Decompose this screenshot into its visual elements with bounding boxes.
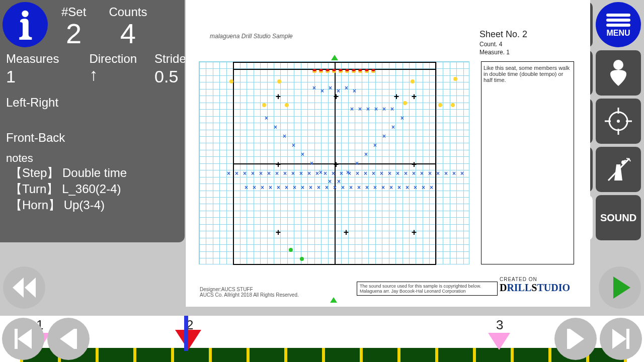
drill-field-grid[interactable]: ××××××××××××××××××××××××××××××××××××××××… xyxy=(199,61,469,264)
timeline[interactable]: 0 1 2 3 xyxy=(0,316,644,362)
performer-marker[interactable]: × xyxy=(373,186,377,190)
performer-marker[interactable] xyxy=(262,103,266,107)
performer-marker[interactable] xyxy=(358,69,362,73)
performer-marker[interactable] xyxy=(332,69,336,73)
performer-marker[interactable]: × xyxy=(374,107,378,111)
performer-marker[interactable]: + xyxy=(275,162,282,169)
performer-marker[interactable]: × xyxy=(382,134,386,138)
performer-marker[interactable]: × xyxy=(414,186,418,190)
performer-marker[interactable]: × xyxy=(460,171,464,175)
performer-marker[interactable]: × xyxy=(348,171,352,175)
performer-marker[interactable] xyxy=(453,77,457,81)
performer-marker[interactable] xyxy=(229,79,233,83)
performer-marker[interactable]: × xyxy=(277,186,281,190)
set-marker-current[interactable] xyxy=(175,330,201,350)
target-button[interactable] xyxy=(596,99,641,144)
performer-marker[interactable] xyxy=(277,79,281,83)
performer-marker[interactable]: × xyxy=(332,171,336,175)
timeline-cursor[interactable] xyxy=(184,316,188,351)
performer-marker[interactable]: + xyxy=(393,95,400,102)
performer-marker[interactable]: × xyxy=(317,186,321,190)
performer-marker[interactable]: × xyxy=(245,186,249,190)
performer-marker[interactable]: × xyxy=(382,107,386,111)
performer-marker[interactable]: × xyxy=(227,171,231,175)
performer-marker[interactable]: × xyxy=(406,186,410,190)
performer-marker[interactable]: × xyxy=(345,86,349,90)
performer-marker[interactable]: × xyxy=(353,89,357,93)
prev-set-button[interactable] xyxy=(2,318,44,360)
performer-marker[interactable]: × xyxy=(444,171,448,175)
performer-marker[interactable] xyxy=(352,69,356,73)
performer-marker[interactable]: × xyxy=(422,186,426,190)
performer-marker[interactable]: × xyxy=(428,171,432,175)
performer-marker[interactable]: × xyxy=(373,143,377,147)
performer-marker[interactable]: × xyxy=(319,170,323,174)
performer-marker[interactable]: + xyxy=(343,230,350,237)
performer-marker[interactable]: × xyxy=(320,89,325,93)
performer-marker[interactable]: × xyxy=(430,186,434,190)
set-marker[interactable] xyxy=(488,333,510,350)
performer-marker[interactable] xyxy=(371,69,375,73)
performer-marker[interactable]: × xyxy=(340,171,344,175)
performer-marker[interactable]: × xyxy=(349,186,353,190)
prev-count-button[interactable] xyxy=(47,318,90,360)
menu-button[interactable]: MENU xyxy=(596,2,641,47)
performer-marker[interactable]: × xyxy=(337,179,341,184)
performer-marker[interactable]: × xyxy=(292,143,296,147)
performer-marker[interactable]: + xyxy=(333,95,340,102)
performer-marker[interactable]: × xyxy=(436,171,440,175)
performer-marker[interactable]: × xyxy=(274,125,278,129)
performer-marker[interactable] xyxy=(326,69,330,73)
performer-marker[interactable]: + xyxy=(411,230,418,237)
performer-marker[interactable]: × xyxy=(329,86,333,90)
performer-marker[interactable] xyxy=(312,69,316,73)
performer-marker[interactable]: × xyxy=(269,186,273,190)
performer-marker[interactable]: × xyxy=(396,171,400,175)
performer-marker[interactable]: × xyxy=(381,186,385,190)
performer-marker[interactable]: × xyxy=(341,186,345,190)
performer-marker[interactable] xyxy=(411,79,415,83)
performer-marker[interactable]: × xyxy=(420,171,424,175)
performer-marker[interactable] xyxy=(285,103,289,107)
performer-marker[interactable]: × xyxy=(389,186,393,190)
performer-marker[interactable]: × xyxy=(301,186,305,190)
performer-marker[interactable]: × xyxy=(259,171,263,175)
performer-marker[interactable]: × xyxy=(310,161,314,165)
performer-marker[interactable] xyxy=(365,69,369,73)
performer-marker[interactable]: × xyxy=(364,152,368,156)
performer-marker[interactable]: × xyxy=(412,171,416,175)
performer-marker[interactable]: × xyxy=(357,186,361,190)
performer-marker[interactable]: × xyxy=(315,171,319,175)
performer-marker[interactable]: + xyxy=(275,95,282,102)
performer-marker[interactable]: × xyxy=(358,107,362,111)
info-button[interactable] xyxy=(3,2,48,47)
performer-marker[interactable]: × xyxy=(267,171,271,175)
performer-marker[interactable] xyxy=(403,101,407,105)
performer-marker[interactable]: × xyxy=(251,171,255,175)
performer-marker[interactable] xyxy=(345,69,349,73)
performer-marker[interactable]: + xyxy=(275,230,282,237)
performer-button[interactable] xyxy=(596,50,641,96)
performer-marker[interactable]: × xyxy=(309,186,313,190)
next-count-button[interactable] xyxy=(554,318,597,360)
performer-marker[interactable]: × xyxy=(328,179,332,184)
performer-marker[interactable]: × xyxy=(312,86,316,90)
play-button[interactable] xyxy=(599,266,641,309)
performer-marker[interactable] xyxy=(339,69,343,73)
performer-marker[interactable]: × xyxy=(265,116,269,120)
performer-marker[interactable] xyxy=(438,103,442,107)
performer-marker[interactable] xyxy=(289,248,293,252)
performer-marker[interactable]: × xyxy=(380,171,384,175)
performer-marker[interactable]: × xyxy=(324,171,328,175)
sound-button[interactable]: SOUND xyxy=(596,195,641,240)
metronome-mute-button[interactable] xyxy=(596,147,641,192)
performer-marker[interactable]: + xyxy=(411,95,418,102)
performer-marker[interactable]: × xyxy=(391,125,395,129)
performer-marker[interactable]: × xyxy=(285,186,289,190)
rewind-button[interactable] xyxy=(3,266,45,309)
performer-marker[interactable]: × xyxy=(356,171,360,175)
performer-marker[interactable]: × xyxy=(261,186,265,190)
performer-marker[interactable]: × xyxy=(452,171,456,175)
performer-marker[interactable]: × xyxy=(390,107,394,111)
performer-marker[interactable]: × xyxy=(325,186,329,190)
